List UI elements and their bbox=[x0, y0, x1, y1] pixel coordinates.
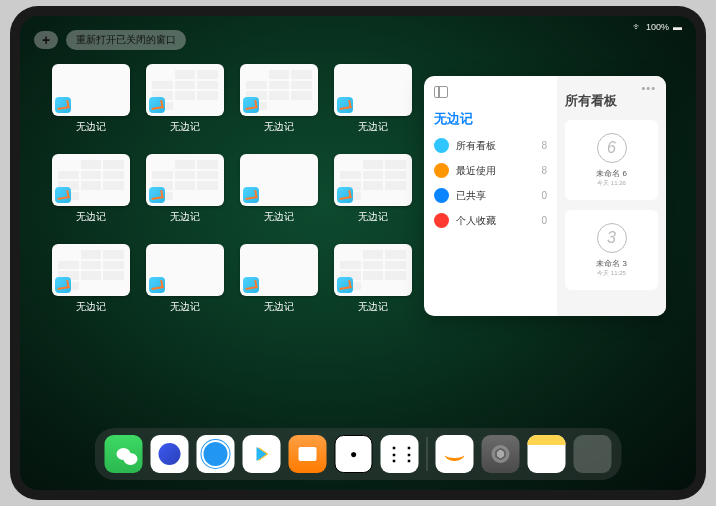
board-timestamp: 今天 11:25 bbox=[597, 269, 626, 278]
dock-play-icon[interactable] bbox=[243, 435, 281, 473]
freeform-app-icon bbox=[55, 97, 71, 113]
category-count: 8 bbox=[542, 140, 548, 151]
window-thumbnail bbox=[334, 64, 412, 116]
window-label: 无边记 bbox=[358, 210, 388, 224]
more-icon[interactable]: ••• bbox=[641, 82, 656, 94]
category-item[interactable]: 所有看板8 bbox=[434, 138, 547, 153]
plus-icon: + bbox=[42, 32, 50, 48]
window-tile[interactable]: 无边记 bbox=[52, 64, 130, 134]
reopen-label: 重新打开已关闭的窗口 bbox=[76, 33, 176, 47]
sidebar-toggle-icon[interactable] bbox=[434, 86, 448, 98]
window-thumbnail bbox=[334, 244, 412, 296]
category-count: 8 bbox=[542, 165, 548, 176]
windows-grid: 无边记无边记无边记无边记无边记无边记无边记无边记无边记无边记无边记无边记 bbox=[52, 64, 412, 314]
category-item[interactable]: 个人收藏0 bbox=[434, 213, 547, 228]
board-card[interactable]: 6未命名 6今天 11:26 bbox=[565, 120, 658, 200]
battery-text: 100% bbox=[646, 22, 669, 32]
window-label: 无边记 bbox=[170, 210, 200, 224]
freeform-app-icon bbox=[337, 277, 353, 293]
add-window-button[interactable]: + bbox=[34, 31, 58, 49]
reopen-closed-window-button[interactable]: 重新打开已关闭的窗口 bbox=[66, 30, 186, 50]
window-label: 无边记 bbox=[76, 120, 106, 134]
freeform-panel[interactable]: ••• 无边记 所有看板8最近使用8已共享0个人收藏0 所有看板 6未命名 6今… bbox=[424, 76, 666, 316]
screen: ᯤ 100% ▬ + 重新打开已关闭的窗口 无边记无边记无边记无边记无边记无边记… bbox=[20, 16, 696, 490]
window-tile[interactable]: 无边记 bbox=[52, 154, 130, 224]
window-label: 无边记 bbox=[264, 210, 294, 224]
dock-separator bbox=[427, 437, 428, 471]
status-bar: ᯤ 100% ▬ bbox=[633, 22, 682, 32]
window-thumbnail bbox=[146, 244, 224, 296]
category-label: 个人收藏 bbox=[456, 214, 496, 228]
freeform-app-icon bbox=[243, 97, 259, 113]
dock-settings-icon[interactable] bbox=[482, 435, 520, 473]
window-thumbnail bbox=[334, 154, 412, 206]
window-tile[interactable]: 无边记 bbox=[240, 244, 318, 314]
window-tile[interactable]: 无边记 bbox=[146, 154, 224, 224]
board-name: 未命名 3 bbox=[596, 258, 627, 269]
window-thumbnail bbox=[240, 64, 318, 116]
freeform-app-icon bbox=[149, 97, 165, 113]
dock-notes-icon[interactable] bbox=[528, 435, 566, 473]
window-tile[interactable]: 无边记 bbox=[334, 64, 412, 134]
window-tile[interactable]: 无边记 bbox=[240, 64, 318, 134]
dock bbox=[95, 428, 622, 480]
board-name: 未命名 6 bbox=[596, 168, 627, 179]
dock-dice-icon[interactable] bbox=[335, 435, 373, 473]
dock-blue1-icon[interactable] bbox=[151, 435, 189, 473]
top-buttons: + 重新打开已关闭的窗口 bbox=[34, 30, 186, 50]
category-icon bbox=[434, 188, 449, 203]
battery-icon: ▬ bbox=[673, 22, 682, 32]
dock-blue2-icon[interactable] bbox=[197, 435, 235, 473]
board-card[interactable]: 3未命名 3今天 11:25 bbox=[565, 210, 658, 290]
category-label: 最近使用 bbox=[456, 164, 496, 178]
window-label: 无边记 bbox=[170, 300, 200, 314]
category-item[interactable]: 最近使用8 bbox=[434, 163, 547, 178]
dock-folder-icon[interactable] bbox=[574, 435, 612, 473]
main-title: 所有看板 bbox=[565, 92, 658, 110]
freeform-app-icon bbox=[337, 97, 353, 113]
window-tile[interactable]: 无边记 bbox=[334, 244, 412, 314]
category-icon bbox=[434, 163, 449, 178]
window-label: 无边记 bbox=[358, 300, 388, 314]
window-thumbnail bbox=[52, 64, 130, 116]
ipad-frame: ᯤ 100% ▬ + 重新打开已关闭的窗口 无边记无边记无边记无边记无边记无边记… bbox=[10, 6, 706, 500]
board-sketch: 3 bbox=[597, 223, 627, 253]
window-label: 无边记 bbox=[76, 300, 106, 314]
dock-freeform-icon[interactable] bbox=[436, 435, 474, 473]
category-count: 0 bbox=[542, 190, 548, 201]
freeform-app-icon bbox=[243, 277, 259, 293]
freeform-app-icon bbox=[55, 187, 71, 203]
window-tile[interactable]: 无边记 bbox=[52, 244, 130, 314]
dock-dots-icon[interactable] bbox=[381, 435, 419, 473]
window-tile[interactable]: 无边记 bbox=[146, 64, 224, 134]
freeform-app-icon bbox=[55, 277, 71, 293]
window-thumbnail bbox=[146, 64, 224, 116]
window-label: 无边记 bbox=[170, 120, 200, 134]
window-thumbnail bbox=[240, 154, 318, 206]
category-count: 0 bbox=[542, 215, 548, 226]
freeform-app-icon bbox=[149, 187, 165, 203]
window-tile[interactable]: 无边记 bbox=[240, 154, 318, 224]
freeform-app-icon bbox=[337, 187, 353, 203]
window-tile[interactable]: 无边记 bbox=[334, 154, 412, 224]
freeform-app-icon bbox=[243, 187, 259, 203]
category-icon bbox=[434, 213, 449, 228]
window-label: 无边记 bbox=[264, 300, 294, 314]
panel-sidebar: 无边记 所有看板8最近使用8已共享0个人收藏0 bbox=[424, 76, 557, 316]
category-item[interactable]: 已共享0 bbox=[434, 188, 547, 203]
wifi-icon: ᯤ bbox=[633, 22, 642, 32]
board-sketch: 6 bbox=[597, 133, 627, 163]
category-icon bbox=[434, 138, 449, 153]
window-label: 无边记 bbox=[358, 120, 388, 134]
category-label: 已共享 bbox=[456, 189, 486, 203]
dock-books-icon[interactable] bbox=[289, 435, 327, 473]
window-thumbnail bbox=[52, 154, 130, 206]
board-timestamp: 今天 11:26 bbox=[597, 179, 626, 188]
window-label: 无边记 bbox=[76, 210, 106, 224]
freeform-app-icon bbox=[149, 277, 165, 293]
window-thumbnail bbox=[52, 244, 130, 296]
category-label: 所有看板 bbox=[456, 139, 496, 153]
window-tile[interactable]: 无边记 bbox=[146, 244, 224, 314]
window-label: 无边记 bbox=[264, 120, 294, 134]
dock-wechat-icon[interactable] bbox=[105, 435, 143, 473]
